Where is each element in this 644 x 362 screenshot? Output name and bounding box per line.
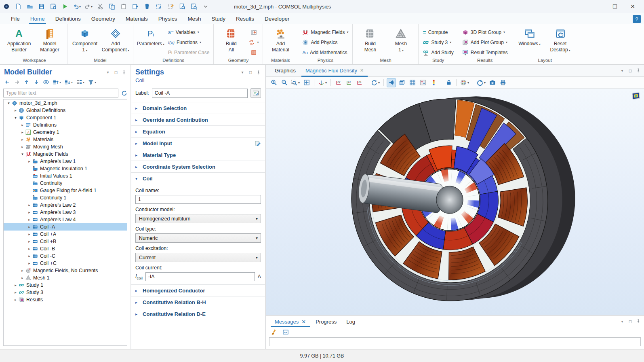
rotate[interactable]: ▾ xyxy=(370,78,381,87)
collapse-chevron[interactable]: ▾ xyxy=(13,116,18,120)
tab-close-icon[interactable]: ✕ xyxy=(360,68,364,73)
expand-chevron[interactable]: ▸ xyxy=(27,203,32,207)
tree-item-coil-a[interactable]: ▸Coil -A xyxy=(4,223,127,231)
tree-item-coil-c[interactable]: ▸Coil +C xyxy=(4,260,127,267)
tree-item-coil-b[interactable]: ▸Coil -B xyxy=(4,245,127,252)
move-down[interactable] xyxy=(32,78,40,86)
panel-float-icon[interactable]: ◻ xyxy=(628,68,633,73)
label-field-input[interactable] xyxy=(152,89,248,98)
tree-item-materials[interactable]: ▸Materials xyxy=(4,136,127,143)
expand-chevron[interactable]: ▸ xyxy=(13,298,18,302)
show-eye[interactable] xyxy=(42,78,50,86)
tree-item-continuity-1[interactable]: D▷◁Continuity 1 xyxy=(4,194,127,201)
ribbon-button-add-material[interactable]: Add Material xyxy=(265,26,295,54)
save-file[interactable] xyxy=(38,2,46,11)
expand-chevron[interactable]: ▸ xyxy=(27,261,32,265)
snapshot[interactable] xyxy=(488,78,497,87)
ribbon-button-model-manager[interactable]: Model Manager xyxy=(35,26,65,54)
tree-item-study-1[interactable]: ▸Study 1 xyxy=(4,282,127,289)
ribbon-button-add-plot-group[interactable]: Add Plot Group▾ xyxy=(461,37,509,47)
redo[interactable]: ▾ xyxy=(84,2,93,11)
section-header-material-type[interactable]: ▸Material Type xyxy=(131,149,265,161)
collapse-chevron[interactable]: ▾ xyxy=(6,101,11,105)
ribbon-button-build-all[interactable]: Build All xyxy=(216,26,246,54)
view-yz[interactable]: yz xyxy=(344,78,354,87)
menu-results[interactable]: Results xyxy=(231,14,259,24)
graphics-viewport[interactable] xyxy=(266,89,644,315)
ribbon-button-result-templates[interactable]: Result Templates xyxy=(461,47,509,57)
toolbar-more[interactable] xyxy=(202,2,210,11)
graphics-tab-magnetic-flux-density[interactable]: Magnetic Flux Density✕ xyxy=(301,66,368,76)
tree-item-coil-b[interactable]: ▸Coil +B xyxy=(4,238,127,245)
ribbon-button-3d-plot-group[interactable]: 3D Plot Group▾ xyxy=(461,27,509,37)
tree-item-amp-re-s-law-1[interactable]: ▸DAmpère's Law 1 xyxy=(4,158,127,165)
tree-item-results[interactable]: ▸Results xyxy=(4,296,127,303)
menu-geometry[interactable]: Geometry xyxy=(86,14,120,24)
expand-chevron[interactable]: ▸ xyxy=(13,108,18,112)
expand-chevron[interactable]: ▸ xyxy=(20,130,25,134)
show-grid[interactable] xyxy=(408,78,417,87)
run[interactable] xyxy=(61,2,69,11)
panel-menu-icon[interactable]: ▾ xyxy=(620,68,625,73)
menu-file[interactable]: File xyxy=(6,14,25,24)
ribbon-button-virtual-operations[interactable] xyxy=(247,47,260,57)
ribbon-button-add-study[interactable]: Add Study xyxy=(421,47,455,57)
section-header-equation[interactable]: ▸Equation xyxy=(131,126,265,137)
collapse-list[interactable]: ▾ xyxy=(63,78,74,86)
section-header-override-and-contribution[interactable]: ▸Override and Contribution xyxy=(131,114,265,125)
nav-back[interactable] xyxy=(3,78,11,86)
panel-pin-icon[interactable] xyxy=(122,70,126,75)
filter-funnel[interactable]: ▾ xyxy=(87,78,97,86)
tree-item-magnetic-insulation-1[interactable]: DMagnetic Insulation 1 xyxy=(4,165,127,172)
panel-menu-icon[interactable]: ▾ xyxy=(240,70,245,75)
field-input-coil-name[interactable] xyxy=(135,195,261,204)
expand-chevron[interactable]: ▸ xyxy=(27,232,32,236)
tree-item-amp-re-s-law-3[interactable]: ▸Ampère's Law 3 xyxy=(4,209,127,216)
default-view[interactable]: ▾ xyxy=(317,78,328,87)
field-select-coil-type[interactable]: Numeric xyxy=(135,233,261,243)
menu-materials[interactable]: Materials xyxy=(120,14,153,24)
tree-item-initial-values-1[interactable]: Initial Values 1 xyxy=(4,172,127,180)
tab-close-icon[interactable]: ✕ xyxy=(301,319,306,325)
expand-chevron[interactable]: ▸ xyxy=(20,123,25,127)
ribbon-button-add-mathematics[interactable]: ΔuAdd Mathematics xyxy=(301,47,350,57)
tree-item-magnetic-fields-no-currents[interactable]: ▸Magnetic Fields, No Currents xyxy=(4,267,127,274)
expand-chevron[interactable]: ▸ xyxy=(20,145,25,149)
zoom-out[interactable] xyxy=(280,78,289,87)
menu-physics[interactable]: Physics xyxy=(153,14,183,24)
environment[interactable]: ▾ xyxy=(476,78,486,87)
new-file[interactable] xyxy=(14,2,22,11)
expand-chevron[interactable]: ▸ xyxy=(20,138,25,142)
field-input-coil-current[interactable] xyxy=(145,272,255,281)
ribbon-button-mesh-1[interactable]: Mesh 1 ▾ xyxy=(386,26,416,54)
help-button[interactable]: ? xyxy=(633,15,641,23)
expand-chevron[interactable]: ▸ xyxy=(13,290,18,294)
tree-item-continuity[interactable]: D▷◁Continuity xyxy=(4,180,127,187)
ribbon-button-add-component[interactable]: Add Component ▾ xyxy=(101,26,130,54)
undo[interactable]: ▾ xyxy=(73,2,81,11)
field-select-conductor-model[interactable]: Homogenized multiturn xyxy=(135,214,261,223)
expand-chevron[interactable]: ▸ xyxy=(27,247,32,251)
save-find[interactable] xyxy=(49,2,57,11)
ribbon-button-build-mesh[interactable]: Build Mesh xyxy=(355,26,385,54)
ribbon-button-study-3[interactable]: Study 3▾ xyxy=(421,37,455,47)
messages-tab-messages[interactable]: Messages✕ xyxy=(270,317,311,327)
clear-broom[interactable] xyxy=(269,328,278,337)
columns[interactable]: ▾ xyxy=(75,78,85,86)
menu-mesh[interactable]: Mesh xyxy=(182,14,206,24)
appearance[interactable]: ▾ xyxy=(459,78,470,87)
expand-chevron[interactable]: ▸ xyxy=(27,239,32,243)
tree-item-gauge-fixing-for-a-field-1[interactable]: Gauge Fixing for A-field 1 xyxy=(4,187,127,194)
menu-home[interactable]: Home xyxy=(25,14,50,24)
ribbon-button-functions[interactable]: f(x)Functions▾ xyxy=(166,37,211,47)
tree-item-mesh-1[interactable]: ▸Mesh 1 xyxy=(4,274,127,282)
copy[interactable] xyxy=(108,2,116,11)
find[interactable] xyxy=(178,2,186,11)
panel-menu-icon[interactable]: ▾ xyxy=(620,319,625,324)
tree-item-coil-a[interactable]: ▸Coil +A xyxy=(4,231,127,238)
graphics-tab-graphics[interactable]: Graphics xyxy=(270,66,301,76)
brush-select[interactable] xyxy=(166,2,175,11)
tree-item-coil-c[interactable]: ▸Coil -C xyxy=(4,252,127,260)
cut[interactable] xyxy=(96,2,104,11)
ribbon-button-insert-sequence[interactable] xyxy=(247,27,260,37)
